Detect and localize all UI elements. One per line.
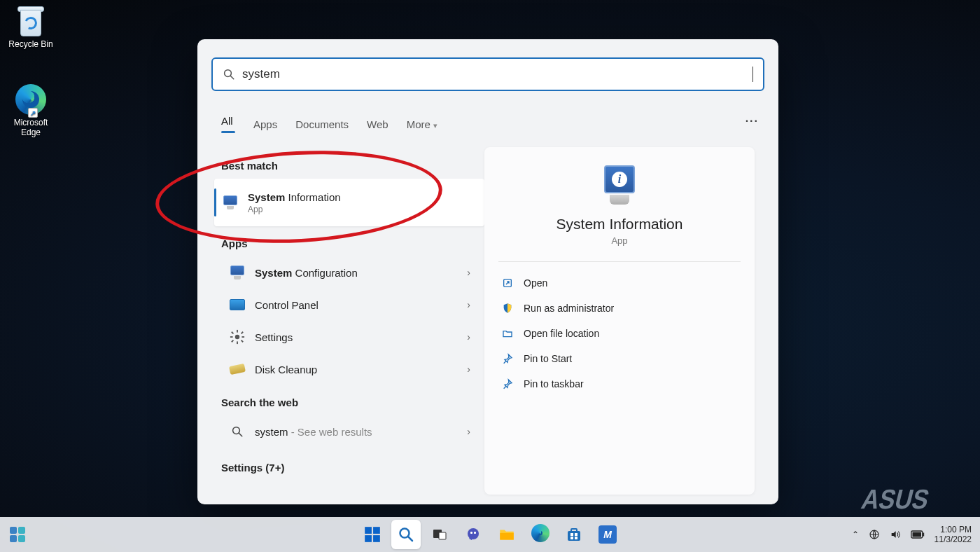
svg-rect-5: [230, 336, 233, 338]
divider: [498, 261, 741, 262]
action-pin-start[interactable]: Pin to Start: [498, 346, 741, 371]
pin-icon: [501, 378, 514, 390]
svg-rect-23: [470, 532, 472, 534]
svg-rect-14: [365, 527, 372, 534]
microsoft-store-button[interactable]: [559, 520, 589, 549]
system-info-icon: [221, 193, 239, 212]
svg-rect-26: [568, 531, 580, 541]
svg-rect-6: [241, 336, 244, 338]
result-settings[interactable]: Settings ›: [221, 321, 477, 353]
result-system-information[interactable]: System Information App: [214, 179, 484, 226]
folder-icon: [501, 327, 514, 340]
chevron-right-icon: ›: [467, 299, 470, 310]
text-caret: [752, 67, 753, 82]
svg-rect-7: [231, 331, 234, 334]
search-preview-pane: i System Information App Open Run as adm…: [484, 147, 755, 495]
search-options-button[interactable]: ···: [746, 115, 759, 127]
volume-icon[interactable]: [890, 529, 901, 540]
tab-apps[interactable]: Apps: [253, 111, 277, 137]
svg-rect-24: [474, 532, 476, 534]
svg-point-22: [468, 528, 479, 539]
system-tray: ⌃ 1:00 PM 11/3/2022: [852, 517, 972, 552]
svg-rect-16: [365, 535, 372, 542]
svg-rect-25: [500, 533, 514, 540]
preview-subtitle: App: [498, 235, 741, 246]
svg-rect-8: [241, 340, 244, 343]
result-web-system[interactable]: system - See web results ›: [221, 415, 477, 448]
desktop-icon-edge[interactable]: ↗ Microsoft Edge: [3, 84, 59, 137]
svg-rect-29: [575, 533, 578, 536]
chevron-right-icon: ›: [467, 364, 470, 375]
action-pin-taskbar[interactable]: Pin to taskbar: [498, 371, 741, 396]
network-icon[interactable]: [869, 529, 880, 540]
myasus-button[interactable]: M: [593, 520, 622, 549]
svg-rect-9: [241, 331, 244, 334]
svg-rect-3: [237, 330, 238, 333]
open-icon: [501, 277, 514, 289]
tab-documents[interactable]: Documents: [295, 111, 349, 137]
svg-point-2: [235, 335, 239, 339]
result-disk-cleanup[interactable]: Disk Cleanup ›: [221, 353, 477, 385]
chevron-right-icon: ›: [467, 267, 470, 278]
battery-icon[interactable]: [911, 530, 925, 539]
disk-cleanup-icon: [228, 360, 246, 378]
search-icon: [223, 68, 235, 81]
desktop-icon-recycle-bin[interactable]: Recycle Bin: [3, 4, 59, 49]
shortcut-arrow-icon: ↗: [28, 108, 38, 118]
result-control-panel[interactable]: Control Panel ›: [221, 289, 477, 321]
desktop-icon-label: Recycle Bin: [3, 39, 59, 49]
chevron-right-icon: ›: [467, 426, 470, 437]
tray-overflow-button[interactable]: ⌃: [852, 530, 859, 539]
svg-rect-10: [231, 340, 234, 343]
svg-rect-17: [373, 535, 380, 542]
taskbar-clock[interactable]: 1:00 PM 11/3/2022: [934, 525, 972, 544]
search-icon: [228, 422, 246, 441]
svg-rect-4: [237, 341, 238, 344]
widgets-button[interactable]: [7, 524, 28, 545]
gear-icon: [228, 328, 246, 346]
section-apps: Apps: [221, 237, 477, 249]
tab-web[interactable]: Web: [367, 111, 388, 137]
pin-icon: [501, 352, 514, 365]
system-info-icon: i: [598, 165, 640, 205]
svg-rect-35: [923, 533, 924, 537]
tab-all[interactable]: All: [221, 108, 235, 140]
edge-taskbar-button[interactable]: [526, 520, 555, 549]
start-button[interactable]: [358, 520, 387, 549]
task-view-button[interactable]: [425, 520, 454, 549]
result-system-configuration[interactable]: System Configuration ›: [221, 256, 477, 289]
taskbar-search-button[interactable]: [391, 520, 421, 549]
desktop-icon-label: Microsoft Edge: [3, 118, 59, 137]
svg-rect-15: [373, 527, 380, 534]
section-best-match: Best match: [221, 160, 477, 172]
brand-logo: ASUS: [858, 483, 932, 515]
section-search-web: Search the web: [221, 396, 477, 408]
control-panel-icon: [228, 296, 246, 314]
action-open-location[interactable]: Open file location: [498, 321, 741, 346]
preview-title: System Information: [498, 216, 741, 233]
svg-rect-28: [570, 533, 573, 536]
svg-rect-31: [575, 537, 578, 539]
search-input-text: system: [242, 67, 752, 81]
chevron-down-icon: ▾: [433, 121, 438, 130]
tab-more[interactable]: More▾: [407, 111, 438, 137]
svg-rect-21: [439, 532, 446, 539]
search-box[interactable]: system: [211, 57, 764, 91]
search-filter-tabs: All Apps Documents Web More▾: [221, 108, 438, 140]
svg-rect-30: [570, 537, 573, 539]
file-explorer-button[interactable]: [492, 520, 522, 549]
taskbar: M ⌃ 1:00 PM 11/3/2022: [0, 517, 980, 552]
action-run-admin[interactable]: Run as administrator: [498, 296, 741, 321]
svg-rect-27: [571, 529, 577, 532]
chat-button[interactable]: [458, 520, 488, 549]
section-settings-more[interactable]: Settings (7+): [221, 462, 477, 474]
chevron-right-icon: ›: [467, 331, 470, 343]
svg-rect-34: [912, 532, 921, 537]
shield-icon: [501, 302, 514, 315]
svg-line-12: [239, 433, 242, 436]
svg-line-1: [230, 76, 234, 79]
start-search-panel: system All Apps Documents Web More▾ ··· …: [197, 39, 778, 504]
msconfig-icon: [228, 263, 246, 282]
action-open[interactable]: Open: [498, 270, 741, 296]
svg-line-19: [408, 537, 412, 541]
